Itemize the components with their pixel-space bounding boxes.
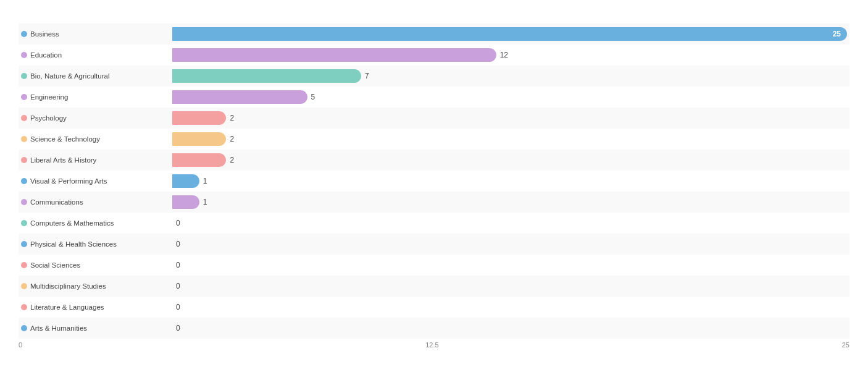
bar-label-section: Education	[21, 51, 172, 59]
bar-dot	[21, 241, 27, 247]
bar-fill-section: 0	[172, 321, 847, 335]
bar-fill-section: 2	[172, 153, 847, 167]
bar-fill-section: 0	[172, 258, 847, 272]
bar-dot	[21, 262, 27, 268]
bar-label-section: Physical & Health Sciences	[21, 240, 172, 248]
bar-label-section: Liberal Arts & History	[21, 156, 172, 164]
x-axis-label: 25	[842, 341, 849, 349]
bar-fill-section: 1	[172, 195, 847, 209]
bar-label-section: Business	[21, 30, 172, 38]
bar-fill-section: 7	[172, 69, 847, 83]
bar-label-section: Communications	[21, 198, 172, 206]
bar-value-label: 1	[203, 198, 207, 206]
bar-fill-section: 0	[172, 216, 847, 230]
bar-label-section: Computers & Mathematics	[21, 219, 172, 227]
bar-label-text: Computers & Mathematics	[30, 219, 114, 227]
bar-dot	[21, 304, 27, 310]
bar-label-text: Visual & Performing Arts	[30, 177, 107, 185]
bar-row: Engineering5	[19, 87, 849, 108]
bar-row: Physical & Health Sciences0	[19, 234, 849, 255]
chart-container: Business25Education12Bio, Nature & Agric…	[19, 12, 849, 349]
bar-value-label: 0	[176, 324, 180, 333]
bar-dot	[21, 283, 27, 289]
bar-fill	[172, 111, 226, 125]
bar-fill	[172, 27, 847, 41]
bar-value-label: 7	[365, 72, 369, 80]
bar-row: Literature & Languages0	[19, 297, 849, 318]
x-axis-label: 12.5	[425, 341, 438, 349]
bar-dot	[21, 199, 27, 205]
x-axis-label: 0	[19, 341, 22, 349]
bar-dot	[21, 325, 27, 331]
bar-fill	[172, 174, 199, 188]
bar-label-text: Education	[30, 51, 62, 59]
bar-label-text: Science & Technology	[30, 135, 100, 143]
bar-fill-section: 5	[172, 90, 847, 104]
bar-label-section: Science & Technology	[21, 135, 172, 143]
bar-label-text: Arts & Humanities	[30, 324, 87, 332]
bar-label-text: Social Sciences	[30, 261, 80, 269]
bar-label-text: Liberal Arts & History	[30, 156, 96, 164]
bar-row: Computers & Mathematics0	[19, 213, 849, 234]
bar-dot	[21, 115, 27, 121]
bar-label-section: Psychology	[21, 114, 172, 122]
bar-value-label: 25	[833, 30, 841, 38]
bar-value-label: 2	[230, 156, 234, 164]
chart-body: Business25Education12Bio, Nature & Agric…	[19, 23, 849, 349]
bar-fill	[172, 153, 226, 167]
bar-label-text: Communications	[30, 198, 83, 206]
bar-fill	[172, 69, 361, 83]
bar-value-label: 0	[176, 282, 180, 290]
bar-label-text: Bio, Nature & Agricultural	[30, 72, 109, 80]
bar-label-section: Social Sciences	[21, 261, 172, 269]
bar-value-label: 0	[176, 240, 180, 248]
bar-dot	[21, 73, 27, 79]
bar-dot	[21, 136, 27, 142]
bar-fill	[172, 132, 226, 146]
bar-label-section: Bio, Nature & Agricultural	[21, 72, 172, 80]
bar-fill	[172, 48, 496, 62]
bar-label-text: Business	[30, 30, 59, 38]
bar-label-text: Psychology	[30, 114, 67, 122]
bar-row: Bio, Nature & Agricultural7	[19, 66, 849, 87]
bar-row: Social Sciences0	[19, 255, 849, 276]
bar-row: Communications1	[19, 192, 849, 213]
bar-dot	[21, 31, 27, 37]
x-axis: 012.525	[19, 341, 849, 349]
bar-label-section: Engineering	[21, 93, 172, 101]
bar-row: Multidisciplinary Studies0	[19, 276, 849, 297]
bar-fill-section: 2	[172, 111, 847, 125]
bar-row: Arts & Humanities0	[19, 318, 849, 339]
bar-value-label: 12	[500, 51, 508, 59]
bar-value-label: 5	[311, 93, 315, 101]
bar-fill-section: 0	[172, 237, 847, 251]
bar-fill-section: 25	[172, 27, 847, 41]
bar-label-text: Engineering	[30, 93, 68, 101]
bar-row: Education12	[19, 45, 849, 66]
bar-label-text: Literature & Languages	[30, 303, 104, 311]
bar-fill	[172, 195, 199, 209]
bar-value-label: 2	[230, 135, 234, 143]
bar-fill	[172, 90, 307, 104]
bar-label-section: Visual & Performing Arts	[21, 177, 172, 185]
bar-row: Liberal Arts & History2	[19, 150, 849, 171]
bar-value-label: 0	[176, 219, 180, 227]
bar-dot	[21, 94, 27, 100]
bar-dot	[21, 220, 27, 226]
bar-label-section: Multidisciplinary Studies	[21, 282, 172, 290]
bar-fill-section: 1	[172, 174, 847, 188]
bar-dot	[21, 157, 27, 163]
bar-row: Psychology2	[19, 108, 849, 129]
bar-value-label: 2	[230, 114, 234, 122]
bar-fill-section: 0	[172, 279, 847, 293]
bar-label-text: Physical & Health Sciences	[30, 240, 117, 248]
bar-fill-section: 2	[172, 132, 847, 146]
bar-fill-section: 0	[172, 300, 847, 314]
bar-row: Business25	[19, 23, 849, 45]
bar-dot	[21, 52, 27, 58]
bar-value-label: 1	[203, 177, 207, 185]
bar-dot	[21, 178, 27, 184]
bar-label-section: Arts & Humanities	[21, 324, 172, 332]
bar-fill-section: 12	[172, 48, 847, 62]
bar-row: Science & Technology2	[19, 129, 849, 150]
